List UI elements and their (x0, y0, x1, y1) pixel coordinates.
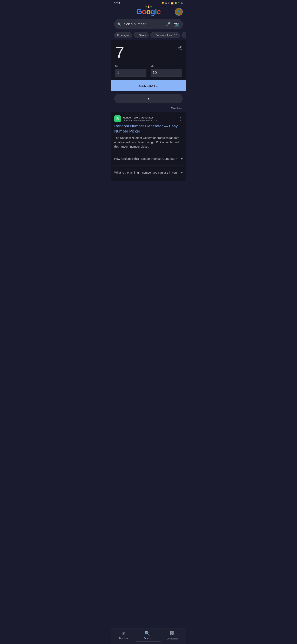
g-letter-2: o (142, 8, 146, 16)
result-site-name: Random Word Generator (123, 116, 177, 119)
status-icons: 🔑 ⊖ ▼ 📶 🔋 71% (161, 2, 183, 4)
plus-icon-bet: + (184, 34, 186, 37)
max-field-group: Max (151, 64, 182, 77)
chip-images-label: Images (120, 34, 129, 37)
dnd-icon: ⊖ (165, 2, 167, 4)
lens-icon[interactable]: 📷 (173, 21, 180, 27)
chip-game[interactable]: + Game (134, 32, 149, 38)
chip-between[interactable]: + Between 1 and 10 (150, 32, 180, 38)
result-divider (114, 152, 183, 152)
chip-bet[interactable]: + Bet (182, 32, 186, 38)
faq-question-1: How random is this Random Number Generat… (114, 157, 181, 160)
generate-button[interactable]: GENERATE (111, 80, 186, 91)
result-title[interactable]: Random Number Generator — Easy Number Pi… (114, 124, 183, 134)
g-letter-4: g (151, 8, 155, 16)
faq-item-1[interactable]: How random is this Random Number Generat… (114, 154, 183, 164)
result-description: The Random Number Generator produces ran… (114, 136, 183, 149)
result-more-icon[interactable]: ⋮ (179, 116, 183, 121)
search-bar[interactable]: 🔍 pick a number 🎤 📷 (114, 19, 183, 29)
header: 🎄🎅🎄 Google 👤 (111, 6, 186, 18)
expand-chevron: ▾ (148, 96, 149, 100)
expand-button[interactable]: ▾ (114, 94, 183, 104)
g-letter-5: l (155, 8, 157, 16)
plus-icon-between: + (153, 34, 154, 37)
number-display: 7 (115, 44, 182, 61)
chip-between-label: Between 1 and 10 (156, 34, 177, 37)
search-bar-container: 🔍 pick a number 🎤 📷 (111, 18, 186, 31)
result-favicon: R (114, 116, 121, 122)
battery-icon: 🔋 (175, 2, 177, 4)
google-logo: 🎄🎅🎄 Google (136, 8, 161, 16)
svg-point-1 (178, 48, 179, 49)
faq-item-2[interactable]: What is the minimum number you can use i… (114, 168, 183, 177)
min-input[interactable] (115, 69, 146, 77)
min-label: Min (115, 64, 146, 68)
svg-line-4 (179, 47, 180, 48)
result-source-info: Random Word Generator https://randomword… (123, 116, 177, 122)
avatar[interactable]: 👤 (175, 8, 183, 16)
favicon-letter: R (116, 117, 119, 120)
avatar-inner: 👤 (175, 8, 182, 15)
signal-icon: 📶 (171, 2, 174, 4)
number-card: 7 Min Max (111, 40, 186, 80)
faq-chevron-1: ▾ (181, 156, 183, 161)
result-url: https://randomwordgenerator.com › ... (123, 119, 177, 122)
max-label: Max (151, 64, 182, 68)
result-source: R Random Word Generator https://randomwo… (114, 116, 183, 122)
battery-percent: 71% (178, 2, 183, 4)
search-query[interactable]: pick a number (124, 22, 164, 26)
status-time: 1:53 (114, 2, 120, 5)
logo-area: 🎄🎅🎄 Google (122, 8, 175, 16)
filter-chips: 🖼 Images + Game + Between 1 and 10 + Bet (111, 31, 186, 40)
vpn-icon: 🔑 (161, 2, 164, 4)
chip-game-label: Game (139, 34, 146, 37)
g-letter-6: e (157, 8, 161, 16)
faq-chevron-2: ▾ (181, 170, 183, 175)
generated-number: 7 (115, 44, 124, 61)
svg-point-2 (180, 49, 182, 50)
feedback-row: Feedback (111, 106, 186, 112)
max-input[interactable] (151, 69, 182, 77)
voice-search-icon[interactable]: 🎤 (166, 22, 171, 27)
logo-lights: 🎄🎅🎄 (136, 5, 161, 8)
g-letter-3: o (146, 8, 151, 16)
result-divider-2 (114, 166, 183, 166)
faq-question-2: What is the minimum number you can use i… (114, 171, 181, 174)
feedback-label[interactable]: Feedback (171, 107, 183, 110)
chip-images[interactable]: 🖼 Images (114, 32, 132, 38)
svg-point-0 (180, 46, 182, 48)
min-max-row: Min Max (115, 64, 182, 77)
g-letter-1: G (136, 8, 142, 16)
wifi-icon: ▼ (168, 2, 170, 4)
min-field-group: Min (115, 64, 146, 77)
share-icon[interactable] (177, 46, 182, 52)
status-bar: 1:53 🔑 ⊖ ▼ 📶 🔋 71% (111, 0, 186, 6)
plus-icon-game: + (136, 34, 138, 37)
search-icon: 🔍 (117, 22, 121, 26)
svg-line-3 (179, 48, 180, 49)
result-card: R Random Word Generator https://randomwo… (111, 112, 186, 180)
images-icon: 🖼 (117, 34, 119, 37)
